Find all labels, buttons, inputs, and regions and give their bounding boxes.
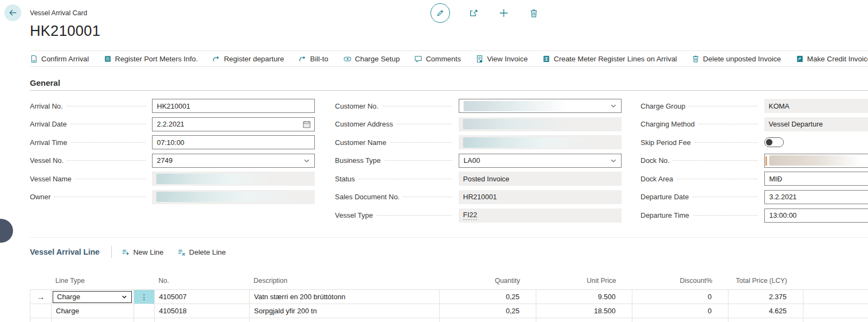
- new-line-button[interactable]: New Line: [122, 248, 163, 256]
- arrival-date-input[interactable]: 2.2.2021: [152, 117, 315, 131]
- unit-price-cell[interactable]: 18.500: [536, 304, 632, 318]
- action-register-port-meters[interactable]: Register Port Meters Info.: [104, 55, 198, 63]
- system-actions: [430, 3, 540, 23]
- line-type-cell[interactable]: Charge: [52, 304, 134, 318]
- description-cell[interactable]: Vatn stærri en 200 brúttótonn: [250, 290, 440, 304]
- header-description[interactable]: Description: [250, 265, 440, 289]
- vessel-type-field: FI22: [459, 209, 622, 223]
- field-label: Charging Method: [641, 120, 695, 128]
- redacted-accent: [765, 156, 767, 166]
- field-label: Vessel Type: [335, 211, 373, 219]
- table-row[interactable]: → Charge ⋮ 4105007 Vatn stærri en 200 br…: [30, 290, 868, 304]
- stub-cell: [440, 318, 536, 322]
- field-customer-address: Customer Address: [335, 117, 622, 131]
- action-comments[interactable]: Comments: [414, 55, 461, 63]
- field-label: Customer Address: [335, 120, 393, 128]
- stub-cell: [250, 318, 440, 322]
- table-header-row: Line Type No. Description Quantity Unit …: [30, 265, 868, 290]
- total-price-cell[interactable]: 2.375: [728, 290, 803, 304]
- table-row[interactable]: Charge 4105018 Sorpgjald yfir 200 tn 0,2…: [30, 304, 868, 318]
- table-row-partial: [30, 318, 868, 322]
- description-cell[interactable]: Sorpgjald yfir 200 tn: [250, 304, 440, 318]
- chevron-down-icon[interactable]: [609, 102, 618, 112]
- dock-area-input[interactable]: MIÐ: [764, 172, 868, 186]
- action-confirm-arrival[interactable]: Confirm Arrival: [30, 55, 89, 63]
- discount-cell[interactable]: 0: [632, 304, 728, 318]
- no-cell[interactable]: 4105007: [155, 290, 250, 304]
- skip-period-fee-toggle[interactable]: [764, 137, 784, 147]
- page-title: HK210001: [30, 23, 100, 40]
- dotted-leader: [71, 124, 145, 124]
- delete-button[interactable]: [528, 7, 540, 19]
- add-new-button[interactable]: [498, 7, 510, 19]
- delete-line-button[interactable]: Delete Line: [178, 248, 226, 256]
- departure-date-input[interactable]: 3.2.2021: [764, 190, 868, 204]
- quantity-cell[interactable]: 0,25: [440, 304, 536, 318]
- quantity-cell[interactable]: 0,25: [440, 290, 536, 304]
- meter-icon: [104, 55, 112, 63]
- action-bill-to[interactable]: Bill-to: [299, 55, 328, 63]
- no-cell[interactable]: 4105018: [155, 304, 250, 318]
- header-unit-price[interactable]: Unit Price: [536, 265, 632, 289]
- total-price-cell[interactable]: 4.625: [728, 304, 803, 318]
- action-charge-setup[interactable]: Charge Setup: [343, 55, 400, 63]
- stub-cell: [30, 318, 52, 322]
- trash-icon: [529, 9, 538, 18]
- calendar-icon[interactable]: [302, 120, 311, 130]
- field-label: Departure Date: [641, 193, 689, 201]
- chevron-down-icon[interactable]: [302, 156, 311, 167]
- field-value: LA00: [464, 156, 480, 165]
- stub-cell: [134, 318, 155, 322]
- discount-cell[interactable]: 0: [632, 290, 728, 304]
- action-register-departure[interactable]: Register departure: [212, 55, 284, 63]
- stub-cell: [536, 318, 632, 322]
- field-label: Sales Document No.: [335, 193, 400, 201]
- credit-document-icon: [796, 55, 804, 63]
- unit-price-cell[interactable]: 9.500: [536, 290, 632, 304]
- dock-no-input[interactable]: [764, 154, 868, 168]
- action-delete-unposted-invoice[interactable]: Delete unposted Invoice: [692, 55, 781, 63]
- edit-button[interactable]: [430, 3, 450, 23]
- action-create-meter-register-lines[interactable]: Create Meter Register Lines on Arrival: [542, 55, 677, 63]
- field-value-drilldown[interactable]: FI22: [463, 211, 477, 220]
- chevron-down-icon[interactable]: [609, 156, 618, 167]
- header-no[interactable]: No.: [155, 265, 250, 289]
- action-view-invoice[interactable]: View Invoice: [476, 55, 528, 63]
- arrival-no-input[interactable]: HK210001: [152, 99, 315, 113]
- action-make-credit-invoice[interactable]: Make Credit Invoice: [796, 55, 868, 63]
- action-label: Register Port Meters Info.: [115, 55, 198, 63]
- skip-period-fee-control: [764, 135, 868, 149]
- charge-group-field: KOMA: [764, 99, 868, 113]
- header-total-price[interactable]: Total Price (LCY): [728, 265, 803, 289]
- vessel-name-field: [152, 172, 315, 186]
- part-divider: [30, 237, 868, 238]
- header-filler: [803, 265, 868, 289]
- forward-arrow-icon: [299, 55, 307, 63]
- departure-time-input[interactable]: 13:00:00: [764, 209, 868, 223]
- field-value: HK210001: [157, 102, 190, 110]
- share-button[interactable]: [468, 7, 480, 19]
- field-label: Business Type: [335, 156, 381, 165]
- row-options-cell[interactable]: [134, 304, 155, 318]
- back-button[interactable]: [4, 4, 21, 21]
- document-grid-icon: [542, 55, 550, 63]
- dotted-leader: [677, 179, 758, 179]
- header-discount[interactable]: Discount%: [632, 265, 728, 289]
- field-dock-area: Dock Area MIÐ: [641, 172, 868, 186]
- line-type-select[interactable]: Charge: [53, 291, 132, 303]
- dotted-leader: [397, 124, 452, 124]
- business-type-dropdown[interactable]: LA00: [459, 154, 622, 168]
- plus-icon: [499, 8, 509, 18]
- header-quantity[interactable]: Quantity: [440, 265, 536, 289]
- field-charge-group: Charge Group KOMA: [641, 99, 868, 113]
- side-panel-handle[interactable]: [0, 219, 13, 243]
- arrival-time-input[interactable]: 07:10:00: [152, 135, 315, 149]
- customer-no-dropdown[interactable]: [459, 99, 622, 113]
- action-label: Bill-to: [310, 55, 328, 63]
- row-options-cell[interactable]: ⋮: [134, 290, 155, 304]
- button-label: New Line: [133, 248, 163, 256]
- section-title-general: General: [30, 78, 60, 87]
- vessel-no-dropdown[interactable]: 2749: [152, 154, 315, 168]
- dotted-leader: [699, 124, 758, 124]
- header-line-type[interactable]: Line Type: [52, 265, 134, 289]
